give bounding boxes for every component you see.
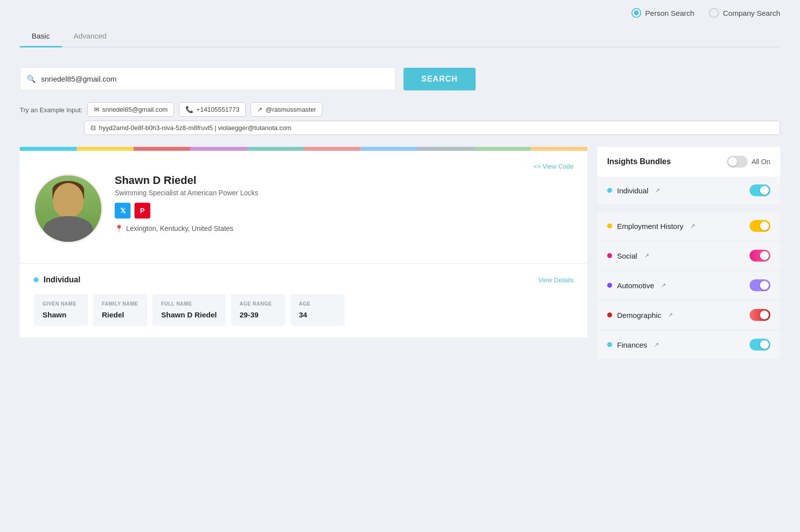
spacer: [597, 206, 780, 212]
company-search-radio[interactable]: [709, 8, 719, 18]
data-card-family-name: FAMILY NAME Riedel: [93, 294, 147, 326]
profile-header: Shawn D Riedel Swimming Specialist at Am…: [34, 174, 574, 243]
id-icon: ⊟: [90, 124, 96, 132]
color-seg-7: [360, 147, 417, 151]
person-search-radio[interactable]: [631, 8, 641, 18]
example-chip-uuid[interactable]: ⊟ hyyd2amd-0e8f-b0h3-niva-5z8-m8fruvl5 |…: [84, 121, 780, 135]
color-seg-3: [133, 147, 190, 151]
photo-body: [44, 216, 93, 243]
location-icon: 📍: [115, 224, 123, 232]
example-chip-email[interactable]: ✉ snriedel85@gmail.com: [88, 102, 174, 117]
data-card-given-name: GIVEN NAME Shawn: [34, 294, 88, 326]
external-link-icon-finances: ↗: [654, 341, 659, 348]
toggle-thumb-finances: [760, 340, 769, 349]
color-bar: [20, 147, 587, 151]
view-code-link[interactable]: <> View Code: [533, 163, 574, 170]
bundle-item-demographic[interactable]: Demographic ↗: [597, 301, 780, 329]
bundle-item-automotive[interactable]: Automotive ↗: [597, 271, 780, 299]
example-inputs-row2: ⊟ hyyd2amd-0e8f-b0h3-niva-5z8-m8fruvl5 |…: [84, 121, 780, 135]
twitter-button[interactable]: 𝕏: [115, 203, 131, 219]
search-tabs: Basic Advanced: [20, 26, 780, 47]
search-row: 🔍 SEARCH: [20, 67, 780, 90]
insights-sidebar: Insights Bundles All On Individual ↗: [597, 147, 780, 360]
company-search-label: Company Search: [723, 9, 780, 17]
photo-head: [53, 183, 84, 218]
bundle-left-individual: Individual ↗: [607, 186, 660, 195]
bundle-dot-employment: [607, 223, 612, 228]
bundle-toggle-employment[interactable]: [750, 220, 770, 232]
bundle-toggle-individual[interactable]: [750, 184, 770, 196]
profile-section: <> View Code Shawn D Riedel: [20, 147, 587, 338]
toggle-thumb-individual: [760, 186, 769, 195]
example-chip-username[interactable]: ↗ @rasmussmaster: [251, 102, 322, 117]
results-layout: <> View Code Shawn D Riedel: [20, 147, 780, 360]
pinterest-icon: P: [140, 207, 144, 215]
social-icons: 𝕏 P: [115, 203, 574, 219]
tab-basic[interactable]: Basic: [20, 26, 62, 47]
color-seg-9: [474, 147, 531, 151]
external-link-icon-employment: ↗: [690, 222, 695, 229]
person-search-option[interactable]: Person Search: [631, 8, 694, 18]
color-seg-10: [531, 147, 587, 151]
email-icon: ✉: [94, 106, 99, 113]
example-chip-phone[interactable]: 📞 +14105551773: [179, 102, 246, 117]
search-input[interactable]: [20, 67, 396, 90]
main-content: Basic Advanced 🔍 SEARCH Try an Example I…: [0, 26, 800, 360]
external-link-icon-social: ↗: [644, 252, 649, 259]
toggle-thumb-demographic: [760, 310, 769, 319]
pinterest-button[interactable]: P: [134, 203, 150, 219]
search-button[interactable]: SEARCH: [403, 68, 476, 90]
bundle-item-employment[interactable]: Employment History ↗: [597, 212, 780, 240]
color-seg-1: [20, 147, 77, 151]
individual-section: Individual View Details GIVEN NAME Shawn…: [20, 263, 587, 338]
bundle-dot-social: [607, 253, 612, 258]
tab-advanced[interactable]: Advanced: [62, 26, 119, 47]
bundle-item-social[interactable]: Social ↗: [597, 242, 780, 269]
profile-name: Shawn D Riedel: [115, 174, 574, 187]
data-card-age: AGE 34: [290, 294, 345, 326]
insights-title: Insights Bundles: [607, 157, 671, 166]
color-seg-4: [190, 147, 247, 151]
color-seg-6: [304, 147, 360, 151]
twitter-icon: 𝕏: [120, 207, 126, 215]
search-input-wrap: 🔍: [20, 67, 396, 90]
insights-header: Insights Bundles All On: [597, 147, 780, 177]
top-navigation: Person Search Company Search: [0, 0, 800, 26]
all-on-toggle-switch[interactable]: [727, 156, 748, 168]
profile-job-title: Swimming Specialist at American Power Lo…: [115, 189, 574, 197]
profile-location: 📍 Lexington, Kentucky, United States: [115, 224, 574, 232]
example-label: Try an Example Input:: [20, 102, 83, 114]
profile-info: Shawn D Riedel Swimming Specialist at Am…: [115, 174, 574, 232]
color-seg-5: [247, 147, 304, 151]
company-search-option[interactable]: Company Search: [709, 8, 780, 18]
bundle-left-finances: Finances ↗: [607, 341, 659, 349]
search-icon: 🔍: [27, 75, 36, 84]
profile-card: <> View Code Shawn D Riedel: [20, 151, 587, 263]
bundle-toggle-finances[interactable]: [750, 339, 770, 351]
phone-icon: 📞: [185, 106, 193, 113]
bundle-toggle-automotive[interactable]: [750, 279, 770, 291]
bundle-left-employment: Employment History ↗: [607, 222, 695, 230]
color-seg-8: [417, 147, 474, 151]
section-title: Individual: [34, 275, 81, 284]
toggle-thumb: [728, 157, 737, 166]
person-search-label: Person Search: [645, 9, 694, 17]
all-on-toggle[interactable]: All On: [727, 156, 770, 168]
data-cards: GIVEN NAME Shawn FAMILY NAME Riedel FULL…: [34, 294, 574, 326]
external-link-icon-individual: ↗: [655, 187, 660, 194]
toggle-thumb-social: [760, 251, 769, 260]
external-link-icon-automotive: ↗: [661, 282, 666, 289]
bundle-dot-individual: [607, 188, 612, 193]
bundle-item-individual[interactable]: Individual ↗: [597, 177, 780, 204]
bundle-dot-demographic: [607, 312, 612, 317]
all-on-label: All On: [752, 158, 770, 166]
bundle-toggle-demographic[interactable]: [750, 309, 770, 321]
bundle-left-automotive: Automotive ↗: [607, 281, 666, 290]
example-inputs-row: Try an Example Input: ✉ snriedel85@gmail…: [20, 102, 780, 117]
share-icon: ↗: [257, 106, 263, 113]
section-header: Individual View Details: [34, 275, 574, 284]
view-details-link[interactable]: View Details: [538, 276, 574, 284]
bundle-item-finances[interactable]: Finances ↗: [597, 331, 780, 358]
bundle-toggle-social[interactable]: [750, 250, 770, 262]
toggle-thumb-automotive: [760, 281, 769, 290]
